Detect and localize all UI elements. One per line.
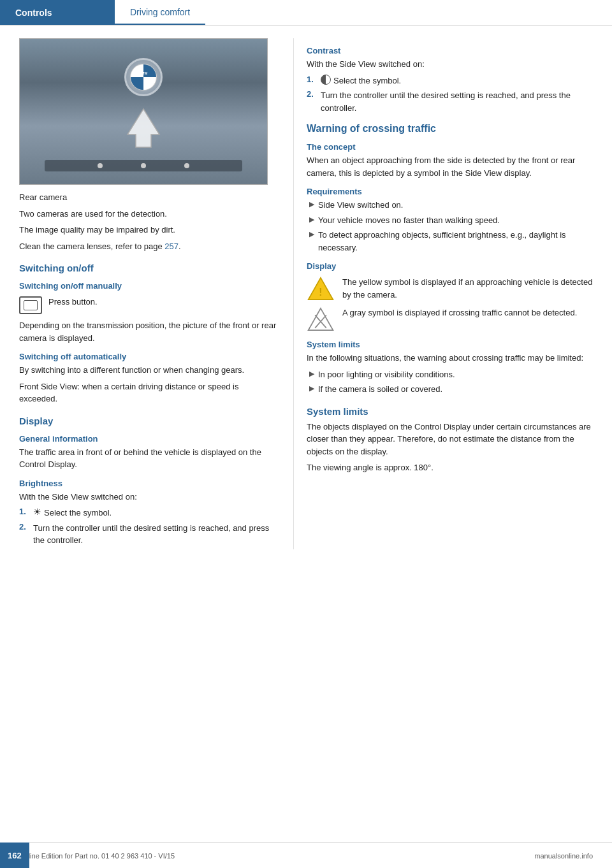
press-button-label: Press button. bbox=[48, 296, 98, 308]
display-heading-left: Display bbox=[19, 416, 278, 426]
controls-label: Controls bbox=[15, 8, 52, 18]
contrast-heading: Contrast bbox=[307, 46, 593, 55]
gray-triangle-icon bbox=[307, 307, 335, 332]
yellow-triangle-text: The yellow symbol is displayed if an app… bbox=[342, 276, 593, 301]
system-limits-heading1: System limits bbox=[307, 340, 593, 349]
the-concept-heading: The concept bbox=[307, 142, 593, 152]
system-limits-heading2: System limits bbox=[307, 406, 593, 417]
system-limits-body3: The viewing angle is approx. 180°. bbox=[307, 461, 593, 474]
quality-body: The image quality may be impaired by dir… bbox=[19, 224, 278, 236]
right-column: Contrast With the Side View switched on:… bbox=[293, 38, 612, 549]
req1-text: Side View switched on. bbox=[318, 199, 403, 212]
switching-on-off-heading: Switching on/off bbox=[19, 263, 278, 273]
footer-doc-text: Online Edition for Part no. 01 40 2 963 … bbox=[19, 852, 175, 860]
clean-prefix: Clean the camera lenses, refer to page bbox=[19, 242, 164, 251]
page-ref-257[interactable]: 257 bbox=[164, 242, 178, 251]
req2-text: Your vehicle moves no faster than walkin… bbox=[318, 214, 500, 227]
svg-marker-5 bbox=[309, 308, 333, 330]
brightness-step1-text: Select the symbol. bbox=[44, 507, 112, 519]
contrast-intro: With the Side View switched on: bbox=[307, 58, 593, 71]
page-number: 162 bbox=[8, 851, 22, 860]
svg-text:BMW: BMW bbox=[140, 71, 148, 75]
button-icon-inner bbox=[24, 300, 38, 310]
sys-lim2-text: If the camera is soiled or covered. bbox=[318, 383, 442, 396]
switching-manually-heading: Switching on/off manually bbox=[19, 281, 278, 291]
up-arrow-icon bbox=[124, 106, 163, 150]
footer-watermark: manualsonline.info bbox=[534, 852, 593, 860]
page-header: Controls Driving comfort bbox=[0, 0, 612, 25]
auto-body2: Front Side View: when a certain driving … bbox=[19, 380, 278, 405]
left-column: BMW Rear camera Two cameras are used bbox=[0, 38, 293, 549]
svg-marker-2 bbox=[127, 109, 159, 147]
gray-triangle-row: A gray symbol is displayed if crossing t… bbox=[307, 307, 593, 332]
gray-triangle-text: A gray symbol is displayed if crossing t… bbox=[342, 307, 577, 319]
req3-item: ▶ To detect approaching objects, suffici… bbox=[307, 229, 593, 254]
driving-comfort-label: Driving comfort bbox=[130, 7, 190, 17]
page-footer: 162 Online Edition for Part no. 01 40 2 … bbox=[0, 843, 612, 868]
req3-text: To detect approaching objects, sufficien… bbox=[318, 229, 593, 254]
auto-body1: By switching into a different function o… bbox=[19, 364, 278, 377]
camera-bar bbox=[45, 160, 242, 171]
press-button-row: Press button. bbox=[19, 296, 278, 314]
header-controls-tab[interactable]: Controls bbox=[0, 0, 115, 25]
bullet-arrow-1: ▶ bbox=[309, 200, 314, 208]
the-concept-body: When an object approaching from the side… bbox=[307, 154, 593, 179]
clean-suffix: . bbox=[178, 242, 181, 251]
contrast-step2-row: 2. Turn the controller until the desired… bbox=[307, 89, 593, 114]
detection-body: Two cameras are used for the detection. bbox=[19, 208, 278, 221]
contrast-step1-num: 1. bbox=[307, 75, 318, 84]
sys-lim1-item: ▶ In poor lighting or visibility conditi… bbox=[307, 368, 593, 381]
bullet-arrow-sl1: ▶ bbox=[309, 370, 314, 378]
svg-text:!: ! bbox=[319, 287, 322, 298]
warning-heading: Warning of crossing traffic bbox=[307, 123, 593, 134]
req1-item: ▶ Side View switched on. bbox=[307, 199, 593, 212]
sys-lim2-item: ▶ If the camera is soiled or covered. bbox=[307, 383, 593, 396]
step1-num: 1. bbox=[19, 507, 31, 516]
req2-item: ▶ Your vehicle moves no faster than walk… bbox=[307, 214, 593, 227]
brightness-step1-row: 1. ☀ Select the symbol. bbox=[19, 507, 278, 519]
yellow-triangle-icon: ! bbox=[307, 276, 335, 301]
bullet-arrow-2: ▶ bbox=[309, 215, 314, 224]
button-icon bbox=[19, 296, 42, 314]
brightness-step2-text: Turn the controller until the desired se… bbox=[33, 522, 278, 547]
contrast-step1-row: 1. Select the symbol. bbox=[307, 75, 593, 87]
bullet-arrow-3: ▶ bbox=[309, 230, 314, 238]
sun-icon: ☀ bbox=[33, 507, 41, 517]
system-limits-body2: The objects displayed on the Control Dis… bbox=[307, 421, 593, 458]
transmission-body: Depending on the transmission position, … bbox=[19, 319, 278, 344]
camera-image: BMW bbox=[19, 38, 268, 185]
contrast-step1-text: Select the symbol. bbox=[333, 75, 401, 87]
camera-caption: Rear camera bbox=[19, 191, 278, 204]
display-heading-right: Display bbox=[307, 261, 593, 271]
yellow-triangle-row: ! The yellow symbol is displayed if an a… bbox=[307, 276, 593, 301]
contrast-step2-num: 2. bbox=[307, 89, 318, 99]
switching-auto-heading: Switching off automatically bbox=[19, 352, 278, 361]
bmw-logo: BMW bbox=[124, 58, 163, 96]
brightness-step2-row: 2. Turn the controller until the desired… bbox=[19, 522, 278, 547]
bullet-arrow-sl2: ▶ bbox=[309, 384, 314, 393]
gen-info-body: The traffic area in front of or behind t… bbox=[19, 446, 278, 471]
page-number-box: 162 bbox=[0, 843, 29, 868]
half-circle-icon bbox=[321, 75, 333, 85]
sys-lim1-text: In poor lighting or visibility condition… bbox=[318, 368, 455, 381]
brightness-heading: Brightness bbox=[19, 479, 278, 488]
main-content: BMW Rear camera Two cameras are used bbox=[0, 25, 612, 575]
header-driving-tab[interactable]: Driving comfort bbox=[115, 0, 205, 25]
requirements-heading: Requirements bbox=[307, 187, 593, 196]
clean-body: Clean the camera lenses, refer to page 2… bbox=[19, 240, 278, 253]
system-limits-body1: In the following situations, the warning… bbox=[307, 352, 593, 365]
contrast-step2-text: Turn the controller until the desired se… bbox=[321, 89, 593, 114]
step2-num: 2. bbox=[19, 522, 31, 532]
gen-info-heading: General information bbox=[19, 434, 278, 444]
brightness-intro: With the Side View switched on: bbox=[19, 491, 278, 503]
